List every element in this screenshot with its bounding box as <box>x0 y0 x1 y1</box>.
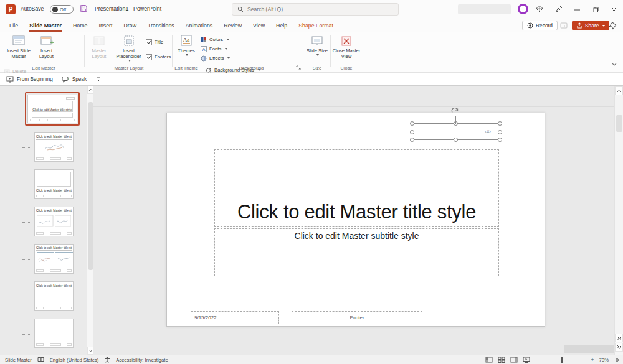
tab-help[interactable]: Help <box>270 19 293 32</box>
fonts-dropdown-icon <box>225 48 227 50</box>
from-beginning-button[interactable]: From Beginning <box>6 76 53 83</box>
spellcheck-book-icon[interactable] <box>37 357 44 363</box>
tab-insert[interactable]: Insert <box>93 19 118 32</box>
rotation-handle-icon[interactable] <box>450 108 460 117</box>
title-placeholder[interactable]: Click to edit Master title style <box>214 149 499 227</box>
close-button[interactable] <box>609 4 619 14</box>
fonts-button[interactable]: A Fonts <box>201 45 230 53</box>
group-label-close: Close <box>332 65 361 71</box>
tab-transitions[interactable]: Transitions <box>142 19 180 32</box>
title-checkbox[interactable]: Title <box>146 38 171 46</box>
normal-view-icon[interactable] <box>485 357 493 363</box>
share-button[interactable]: Share <box>572 21 609 30</box>
vertical-scrollbar[interactable] <box>614 86 623 355</box>
tab-review[interactable]: Review <box>218 19 247 32</box>
selection-handle[interactable] <box>454 138 458 142</box>
group-close: Close Master View Close <box>332 34 361 71</box>
selection-handle[interactable] <box>410 138 414 142</box>
tab-view[interactable]: View <box>247 19 270 32</box>
zoom-out-icon[interactable]: – <box>535 357 538 363</box>
pencil-icon[interactable] <box>554 4 564 14</box>
next-slide-button[interactable] <box>615 343 623 352</box>
pin-ribbon-icon[interactable] <box>609 22 617 30</box>
effects-button[interactable]: Effects <box>201 54 230 62</box>
speak-button[interactable]: Speak <box>62 76 87 83</box>
thumbnail-layout-6[interactable] <box>34 319 74 348</box>
thumbnail-master[interactable]: Click to edit Master title style <box>27 95 77 123</box>
slide-master-editing-surface[interactable]: ‹#› Click to edit Master title style <box>166 113 545 327</box>
diamond-icon[interactable] <box>535 4 545 14</box>
minimize-button[interactable] <box>572 4 582 14</box>
close-master-view-button[interactable]: Close Master View <box>332 34 361 65</box>
thumbnail-layout-5[interactable]: Click to edit Master title style <box>34 281 74 311</box>
tab-home[interactable]: Home <box>67 19 93 32</box>
previous-slide-button[interactable] <box>615 334 623 342</box>
thumbnail-title-text: Click to edit Master title style <box>32 108 72 111</box>
checkbox-checked-icon <box>146 54 152 60</box>
insert-slide-master-button[interactable]: Insert Slide Master <box>4 34 34 65</box>
search-box[interactable] <box>232 3 399 16</box>
zoom-level[interactable]: 73% <box>599 357 609 363</box>
accessibility-label[interactable]: Accessibility: Investigate <box>116 357 168 363</box>
avatar[interactable] <box>518 4 528 14</box>
restore-button[interactable] <box>591 4 601 14</box>
save-icon[interactable] <box>80 4 88 12</box>
zoom-slider-thumb[interactable] <box>561 357 563 363</box>
tabs-container: FileSlide MasterHomeInsertDrawTransition… <box>4 19 339 32</box>
thumbnail-layout-4[interactable]: Click to edit Master title style <box>34 244 74 274</box>
colors-button[interactable]: Colors <box>201 35 230 44</box>
insert-layout-button[interactable]: Insert Layout <box>36 34 58 65</box>
group-divider <box>84 35 85 67</box>
language-label[interactable]: English (United States) <box>50 357 99 363</box>
vertical-scrollbar-thumb[interactable] <box>616 115 622 132</box>
tree-stub <box>22 222 31 223</box>
tab-file[interactable]: File <box>4 19 24 32</box>
tab-shape-format[interactable]: Shape Format <box>293 19 339 32</box>
reading-view-icon[interactable] <box>510 357 518 363</box>
thumbnail-scrollbar[interactable] <box>87 86 93 355</box>
thumbnail-layout-3[interactable]: Click to edit Master title style <box>34 207 74 236</box>
themes-button[interactable]: Aa Themes <box>174 34 199 65</box>
footers-checkbox[interactable]: Footers <box>146 53 171 61</box>
insert-slide-master-icon <box>12 35 26 47</box>
themes-icon: Aa <box>179 35 193 47</box>
speak-icon <box>62 76 69 83</box>
subtitle-placeholder[interactable]: Click to edit Master subtitle style <box>214 228 499 276</box>
share-icon <box>576 22 583 29</box>
footer-placeholder[interactable]: Footer <box>292 311 422 324</box>
group-divider <box>303 35 303 67</box>
zoom-slider[interactable] <box>543 360 586 360</box>
background-dialog-launcher-icon[interactable] <box>296 65 301 70</box>
selection-handle[interactable] <box>498 121 502 126</box>
slide-number-placeholder[interactable]: ‹#› <box>412 123 500 140</box>
tab-slide-master[interactable]: Slide Master <box>24 19 67 32</box>
autosave-toggle[interactable]: Off <box>50 5 74 14</box>
slide-sorter-view-icon[interactable] <box>498 357 505 363</box>
scroll-up-icon[interactable] <box>615 86 623 95</box>
horizontal-scrollbar-thumb[interactable] <box>564 345 614 353</box>
autosave-label: AutoSave <box>21 6 44 12</box>
selection-handle[interactable] <box>498 130 502 134</box>
selection-handle[interactable] <box>410 121 414 126</box>
tab-animations[interactable]: Animations <box>180 19 219 32</box>
collapse-ribbon-icon[interactable] <box>611 62 617 67</box>
thumbnail-layout-2[interactable]: Click to edit Master title style <box>34 169 74 199</box>
slide-size-button[interactable]: Slide Size <box>305 34 330 65</box>
fit-to-window-icon[interactable] <box>614 357 621 363</box>
search-input[interactable] <box>247 6 384 12</box>
view-name-label[interactable]: Slide Master <box>5 357 32 363</box>
selection-handle[interactable] <box>410 130 414 134</box>
record-button[interactable]: Record <box>522 21 558 30</box>
document-title: Presentation1 - PowerPoint <box>95 6 161 12</box>
slideshow-view-icon[interactable] <box>523 357 530 363</box>
selection-handle[interactable] <box>498 138 502 142</box>
zoom-in-icon[interactable]: + <box>591 357 594 363</box>
qat-overflow-icon[interactable] <box>95 77 102 82</box>
insert-placeholder-button[interactable]: Insert Placeholder <box>113 34 145 65</box>
thumbnail-scrollbar-thumb[interactable] <box>88 102 93 270</box>
date-placeholder[interactable]: 9/15/2022 <box>191 311 279 324</box>
checkbox-checked-icon <box>146 39 152 45</box>
accessibility-icon[interactable] <box>104 357 110 363</box>
thumbnail-layout-1[interactable]: Click to edit Master title style <box>34 132 74 162</box>
tab-draw[interactable]: Draw <box>118 19 143 32</box>
